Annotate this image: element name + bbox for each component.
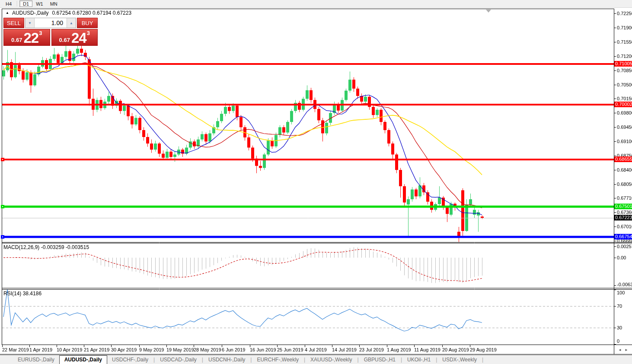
buy-button[interactable]: BUY	[77, 18, 98, 28]
hline-price-tag: 0.71005	[614, 61, 632, 67]
chart-title: ▲AUDUSD-,Daily0.67254 0.67280 0.67194 0.…	[6, 10, 131, 16]
chart-canvas[interactable]	[0, 0, 632, 364]
date-axis-label: 16 Jun 2019	[250, 347, 276, 352]
date-axis-label: 1 Aug 2019	[387, 347, 411, 352]
price-axis-label: 0.69100	[617, 139, 632, 144]
volume-input[interactable]	[35, 18, 67, 28]
sell-price-prefix: 0.67	[11, 36, 22, 44]
chart-ohlc-values: 0.67254 0.67280 0.67194 0.67223	[52, 10, 132, 16]
timeframe-button-d1[interactable]: D1	[19, 0, 32, 7]
tab-eurusd-daily[interactable]: EURUSD-,Daily	[13, 356, 59, 364]
date-axis-label: 14 Jul 2019	[332, 347, 357, 352]
date-axis-label: 4 Jul 2019	[305, 347, 327, 352]
rsi-axis-label: 70	[617, 303, 622, 309]
tab-gbpusd-h1[interactable]: GBPUSD-,H1	[359, 356, 400, 364]
price-axis-label: 0.69800	[617, 110, 632, 115]
buy-quote-box[interactable]: 0.67 24 3	[51, 29, 98, 46]
tab-separator: |	[482, 357, 484, 364]
date-axis-label: 19 May 2019	[166, 347, 194, 352]
symbol-tab-bar: EURUSD-,DailyAUDUSD-,DailyUSDCHF-,Daily|…	[0, 355, 632, 364]
volume-increase-button[interactable]: ▲	[67, 18, 76, 28]
sell-quote-box[interactable]: 0.67 22 3	[3, 29, 50, 46]
timeframe-button-h4[interactable]: H4	[2, 0, 15, 7]
date-axis-label: 30 Apr 2019	[111, 347, 137, 352]
chart-symbol-label: AUDUSD-,Daily	[12, 10, 49, 16]
date-axis-label: 23 Jul 2019	[359, 347, 384, 352]
sell-price-big: 22	[23, 32, 38, 44]
macd-indicator-label: MACD(12,26,9) -0.003259 -0.003515	[3, 244, 89, 250]
date-axis-label: 21 Apr 2019	[84, 347, 109, 352]
collapse-triangle-icon[interactable]: ▲	[6, 11, 9, 15]
macd-axis-label: -0.006326	[617, 282, 632, 287]
tab-xauusd-weekly[interactable]: XAUUSD-,Weekly	[306, 356, 357, 364]
hline-price-tag: 0.70002	[614, 102, 632, 107]
tab-eurchf-weekly[interactable]: EURCHF-,Weekly	[252, 356, 303, 364]
tab-usdcad-daily[interactable]: USDCAD-,Daily	[155, 356, 201, 364]
buy-price-pip: 3	[87, 30, 90, 36]
one-click-trade-panel: SELL ▼ ▲ BUY 0.67 22 3 0.67 24 3	[3, 18, 98, 46]
tab-usdchf-daily[interactable]: USDCHF-,Daily	[107, 356, 153, 364]
price-axis-label: 0.69450	[617, 125, 632, 130]
chevron-up-icon: ▲	[70, 21, 73, 25]
timeframe-button-mn[interactable]: MN	[47, 0, 61, 7]
hline-price-tag: 0.68655	[614, 156, 632, 162]
timeframe-toolbar: H4D1W1MN	[0, 0, 632, 8]
price-axis-label: 0.67010	[617, 224, 632, 229]
price-axis-label: 0.67710	[617, 195, 632, 201]
tab-ukoil-h1[interactable]: UKOil-,H1	[402, 356, 435, 364]
date-axis-label: 25 Jun 2019	[277, 347, 303, 352]
price-axis-label: 0.67360	[617, 210, 632, 215]
date-axis-label: 11 Aug 2019	[414, 347, 440, 352]
chevron-down-icon: ▼	[28, 21, 32, 25]
rsi-axis-label: 0	[617, 338, 619, 344]
tab-usdcnh-daily[interactable]: USDCNH-,Daily	[204, 356, 250, 364]
buy-price-prefix: 0.67	[59, 36, 70, 44]
toolbar-separator	[17, 1, 18, 6]
price-axis-label: 0.71900	[617, 25, 632, 30]
rsi-axis-label: 30	[617, 325, 622, 330]
price-axis-label: 0.70850	[617, 68, 632, 73]
price-axis-label: 0.68400	[617, 167, 632, 172]
date-axis-label: 20 Aug 2019	[442, 347, 469, 352]
tab-audusd-daily[interactable]: AUDUSD-,Daily	[59, 355, 107, 364]
rsi-indicator-label: RSI(14) 38.4186	[3, 291, 41, 297]
sell-button[interactable]: SELL	[3, 18, 24, 28]
price-axis-label: 0.71200	[617, 54, 632, 59]
price-axis-label: 0.70500	[617, 82, 632, 87]
macd-axis-label: 0.00	[617, 255, 626, 260]
date-axis-label: 1 Apr 2019	[29, 347, 52, 352]
volume-spinner: ▼ ▲	[25, 18, 76, 28]
date-axis-label: 10 Apr 2019	[57, 347, 82, 352]
sell-price-pip: 3	[39, 30, 42, 36]
scroll-arrows[interactable]: ◄►	[618, 348, 631, 352]
price-axis-label: 0.70150	[617, 96, 632, 101]
scroll-left-icon[interactable]: ◄	[618, 348, 625, 352]
scroll-right-icon[interactable]: ►	[625, 348, 631, 352]
price-axis-label: 0.68050	[617, 182, 632, 187]
date-axis-label: 6 Jun 2019	[222, 347, 245, 352]
date-axis-label: 28 May 2019	[194, 347, 221, 352]
volume-decrease-button[interactable]: ▼	[26, 18, 35, 28]
hline-price-tag: 0.66754	[614, 234, 632, 239]
current-price-tag: 0.67223	[614, 215, 632, 220]
tab-usdx-weekly[interactable]: USDX-,Weekly	[437, 356, 482, 364]
buy-price-big: 24	[71, 32, 86, 44]
date-axis-label: 29 Aug 2019	[470, 347, 497, 352]
date-axis-label: 9 May 2019	[139, 347, 164, 352]
rsi-axis-label: 100	[617, 290, 625, 295]
hline-price-tag: 0.67501	[614, 204, 632, 209]
price-axis-label: 0.71550	[617, 39, 632, 45]
timeframe-button-w1[interactable]: W1	[32, 0, 47, 7]
price-axis-label: 0.72250	[617, 11, 632, 16]
date-axis-label: 22 Mar 2019	[2, 347, 29, 352]
macd-axis-label: 0.002574	[617, 244, 632, 249]
